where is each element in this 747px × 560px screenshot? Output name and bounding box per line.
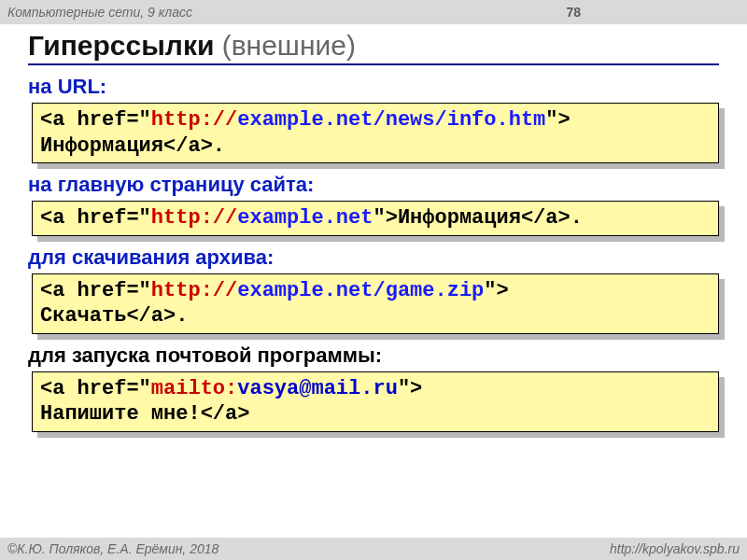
code-example-0: <a href="http://example.net/news/info.ht…: [32, 103, 719, 163]
code-token: http://: [151, 108, 237, 132]
code-token: mailto:: [151, 377, 237, 400]
code-box: <a href="http://example.net/game.zip"> С…: [32, 273, 719, 334]
code-token: <a href=": [40, 108, 151, 132]
code-token: <a href=": [40, 206, 151, 230]
code-token: example.net/game.zip: [237, 279, 484, 302]
code-token: example.net/news/info.htm: [237, 108, 545, 132]
slide-content: Гиперссылки (внешние) на URL:<a href="ht…: [0, 24, 747, 432]
code-box: <a href="mailto:vasya@mail.ru"> Напишите…: [32, 371, 719, 432]
course-title: Компьютерные сети, 9 класс: [7, 5, 192, 20]
page-number: 78: [566, 5, 740, 20]
section-label-3: для запуска почтовой программы:: [28, 343, 719, 368]
code-example-1: <a href="http://example.net">Информация<…: [32, 201, 719, 236]
code-token: example.net: [237, 206, 373, 230]
footer-bar: ©К.Ю. Поляков, Е.А. Ерёмин, 2018 http://…: [0, 538, 747, 560]
code-token: <a href=": [40, 279, 151, 302]
title-main: Гиперссылки: [28, 30, 214, 61]
code-box: <a href="http://example.net">Информация<…: [32, 201, 719, 236]
code-token: vasya@mail.ru: [237, 377, 398, 400]
code-token: http://: [151, 279, 237, 302]
code-example-2: <a href="http://example.net/game.zip"> С…: [32, 273, 719, 334]
footer-url: http://kpolyakov.spb.ru: [610, 541, 740, 556]
title-row: Гиперссылки (внешние): [28, 30, 719, 65]
title-sub: (внешние): [214, 30, 356, 61]
code-token: <a href=": [40, 377, 151, 400]
header-bar: Компьютерные сети, 9 класс 78: [0, 0, 747, 24]
section-label-0: на URL:: [28, 75, 719, 99]
code-box: <a href="http://example.net/news/info.ht…: [32, 103, 719, 163]
code-token: ">Информация</a>.: [373, 206, 582, 230]
footer-copyright: ©К.Ю. Поляков, Е.А. Ерёмин, 2018: [7, 541, 218, 556]
code-token: http://: [151, 206, 237, 230]
code-example-3: <a href="mailto:vasya@mail.ru"> Напишите…: [32, 371, 719, 432]
section-label-2: для скачивания архива:: [28, 245, 719, 270]
section-label-1: на главную страницу сайта:: [28, 173, 719, 197]
